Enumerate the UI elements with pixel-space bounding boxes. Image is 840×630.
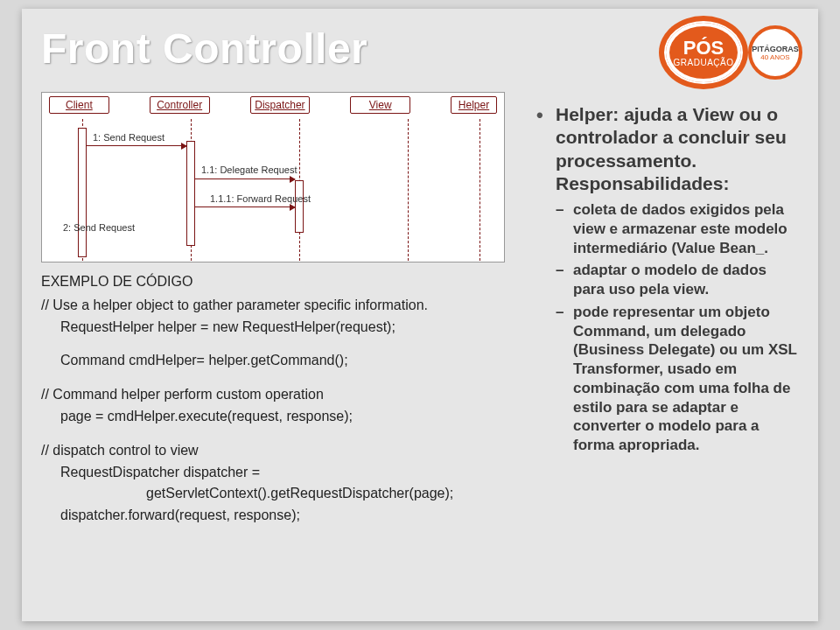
diagram-object-dispatcher: Dispatcher [250, 96, 311, 114]
code-line: RequestHelper helper = new RequestHelper… [41, 317, 514, 339]
code-line: page = cmdHelper.execute(request, respon… [41, 406, 514, 428]
helper-item: pode representar um objeto Command, um d… [573, 303, 799, 455]
sequence-diagram: Client Controller Dispatcher View Helper… [41, 92, 505, 262]
diagram-msg-2: 1.1: Delegate Request [201, 164, 297, 175]
diagram-object-controller: Controller [150, 96, 210, 114]
diagram-msg-1: 1: Send Request [93, 132, 164, 143]
helper-lead: Helper: ajuda a View ou o controlador a … [536, 103, 799, 195]
slide: Front Controller PÓS GRADUAÇÃO PITÁGORAS… [22, 9, 818, 621]
logo-badges: PÓS GRADUAÇÃO PITÁGORAS 40 ANOS [664, 21, 802, 84]
code-line: RequestDispatcher dispatcher = [41, 462, 514, 484]
diagram-object-helper: Helper [451, 96, 497, 114]
code-line: getServletContext().getRequestDispatcher… [41, 483, 514, 505]
helper-item: coleta de dados exigidos pela view e arm… [573, 200, 799, 257]
slide-title: Front Controller [41, 24, 368, 73]
code-line: // Use a helper object to gather paramet… [41, 295, 514, 317]
diagram-msg-4: 2: Send Request [63, 222, 135, 233]
code-line: // dispatch control to view [41, 440, 514, 462]
helper-description: Helper: ajuda a View ou o controlador a … [536, 103, 799, 458]
pos-badge-icon: PÓS GRADUAÇÃO [664, 21, 743, 84]
code-example: EXEMPLO DE CÓDIGO // Use a helper object… [41, 271, 514, 527]
helper-item: adaptar o modelo de dados para uso pela … [573, 261, 799, 299]
code-heading: EXEMPLO DE CÓDIGO [41, 271, 514, 293]
code-line: Command cmdHelper= helper.getCommand(); [41, 350, 514, 372]
diagram-object-view: View [350, 96, 410, 114]
pitagoras-badge-icon: PITÁGORAS 40 ANOS [748, 25, 802, 80]
diagram-msg-3: 1.1.1: Forward Request [210, 193, 311, 204]
code-line: dispatcher.forward(request, response); [41, 505, 514, 527]
code-line: // Command helper perform custom operati… [41, 384, 514, 406]
diagram-object-client: Client [49, 96, 109, 114]
